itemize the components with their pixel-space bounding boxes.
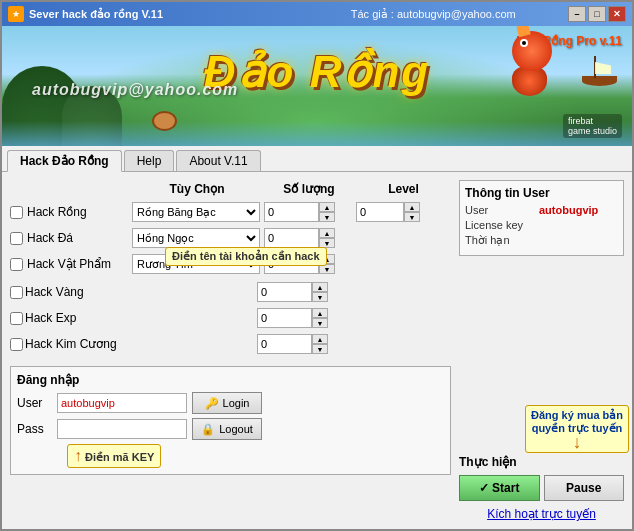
user-info-user-label: User [465,204,535,216]
hack-da-checkbox[interactable] [10,232,23,245]
shell-decoration [152,111,177,131]
da-quantity-group: ▲ ▼ [264,228,354,248]
da-qty-up[interactable]: ▲ [319,228,335,238]
login-button[interactable]: 🔑 Login [192,392,262,414]
exp-qty-up[interactable]: ▲ [312,308,328,318]
rong-quantity-spinner: ▲ ▼ [319,202,335,222]
pause-button[interactable]: Pause [544,475,625,501]
kimcuong-quantity-input[interactable] [257,334,312,354]
window-title: Sever hack đảo rồng V.11 [29,8,299,21]
hack-row-rong: Hack Rồng Rồng Băng Bạc ▲ ▼ [10,202,451,222]
hack-exp-checkbox[interactable] [10,312,23,325]
dragon-pupil [522,41,526,45]
user-info-license-label: License key [465,219,535,231]
kimcuong-quantity-group: ▲ ▼ [257,334,328,354]
annotation3-wrapper: ↑ Điền mã KEY [17,444,444,468]
check-icon: ✓ [479,481,489,495]
pass-row: Pass 🔒 Logout [17,418,444,440]
minimize-button[interactable]: – [568,6,586,22]
exp-quantity-input[interactable] [257,308,312,328]
hack-rong-label: Hack Rồng [10,205,130,219]
col4-header: Level [356,182,451,196]
annotation-hack-label: Điền tên tài khoản cần hack [165,247,327,266]
da-type-select[interactable]: Hồng Ngọc [132,228,260,248]
activate-link[interactable]: Kích hoạt trực tuyến [459,507,624,521]
rong-type-select[interactable]: Rồng Băng Bạc [132,202,260,222]
rong-qty-up[interactable]: ▲ [319,202,335,212]
user-info-license-row: License key [465,219,618,231]
ship-hull [582,76,617,86]
hack-kimcuong-checkbox[interactable] [10,338,23,351]
hack-row-exp: Hack Exp ▲ ▼ [10,308,451,328]
user-info-expiry-row: Thời hạn [465,234,618,247]
kimcuong-qty-down[interactable]: ▼ [312,344,328,354]
start-button[interactable]: ✓ Start [459,475,540,501]
dragon-character [512,31,552,96]
da-quantity-input[interactable] [264,228,319,248]
vang-qty-spinner: ▲ ▼ [312,282,328,302]
exp-qty-spinner: ▲ ▼ [312,308,328,328]
vang-qty-up[interactable]: ▲ [312,282,328,292]
banner-email: autobugvip@yahoo.com [32,81,238,99]
vang-quantity-group: ▲ ▼ [257,282,328,302]
hack-da-label: Hack Đá [10,231,130,245]
tab-help[interactable]: Help [124,150,175,171]
left-panel: Tùy Chọn Số lượng Level Hack Rồng Rồng B… [10,180,451,521]
rong-level-spinner: ▲ ▼ [404,202,420,222]
user-info-title: Thông tin User [465,186,618,200]
hack-row-da: Hack Đá Hồng Ngọc ▲ ▼ [10,228,451,248]
annotation-key: ↑ Điền mã KEY [67,444,161,468]
user-row: User 🔑 Login [17,392,444,414]
main-window: ★ Sever hack đảo rồng V.11 Tác giả : aut… [0,0,634,531]
banner: Đảo Rồng autobugvip@yahoo.com Đảo Rồng P… [2,26,632,146]
logout-button[interactable]: 🔒 Logout [192,418,262,440]
tab-about[interactable]: About V.11 [176,150,260,171]
dragon-eye [520,39,528,47]
col3-header: Số lượng [264,182,354,196]
exp-qty-down[interactable]: ▼ [312,318,328,328]
rong-lvl-up[interactable]: ▲ [404,202,420,212]
tab-hack-dao-rong[interactable]: Hack Đảo Rồng [7,150,122,172]
vang-quantity-input[interactable] [257,282,312,302]
rong-level-input[interactable] [356,202,404,222]
hack-vang-checkbox[interactable] [10,286,23,299]
rong-level-group: ▲ ▼ [356,202,426,222]
login-title: Đăng nhập [17,373,444,387]
maximize-button[interactable]: □ [588,6,606,22]
close-button[interactable]: ✕ [608,6,626,22]
user-label: User [17,396,52,410]
user-input[interactable] [57,393,187,413]
hack-row-kimcuong: Hack Kim Cương ▲ ▼ [10,334,451,354]
dragon-head [512,31,552,71]
annotation1-wrapper: Hack Vàng ▲ ▼ Điền tên tài khoản cần hac… [10,282,451,302]
login-section: Đăng nhập User 🔑 Login Pass 🔒 Logout [10,366,451,475]
pass-input[interactable] [57,419,187,439]
dragon-horn [515,26,530,37]
col1-header [10,182,130,196]
da-qty-spinner: ▲ ▼ [319,228,335,248]
action-buttons: ✓ Start Pause [459,475,624,501]
title-bar: ★ Sever hack đảo rồng V.11 Tác giả : aut… [2,2,632,26]
col2-header: Tùy Chọn [132,182,262,196]
pass-label: Pass [17,422,52,436]
kimcuong-qty-up[interactable]: ▲ [312,334,328,344]
right-panel: Thông tin User User autobugvip License k… [459,180,624,521]
rong-qty-down[interactable]: ▼ [319,212,335,222]
rong-lvl-down[interactable]: ▼ [404,212,420,222]
column-headers: Tùy Chọn Số lượng Level [10,180,451,198]
thuc-hien-area: Thực hiện Đăng ký mua bảnquyền trực tuyế… [459,455,624,469]
window-controls: – □ ✕ [568,6,626,22]
kimcuong-qty-spinner: ▲ ▼ [312,334,328,354]
rong-quantity-input[interactable] [264,202,319,222]
tab-bar: Hack Đảo Rồng Help About V.11 [2,146,632,172]
rong-dropdown-wrapper: Rồng Băng Bạc [132,202,262,222]
lock-icon: 🔒 [201,423,215,436]
user-info-box: Thông tin User User autobugvip License k… [459,180,624,256]
thuc-hien-label: Thực hiện [459,455,517,469]
exp-quantity-group: ▲ ▼ [257,308,328,328]
hack-vatpham-checkbox[interactable] [10,258,23,271]
rong-quantity-group: ▲ ▼ [264,202,354,222]
key-icon: 🔑 [205,397,219,410]
vang-qty-down[interactable]: ▼ [312,292,328,302]
hack-rong-checkbox[interactable] [10,206,23,219]
